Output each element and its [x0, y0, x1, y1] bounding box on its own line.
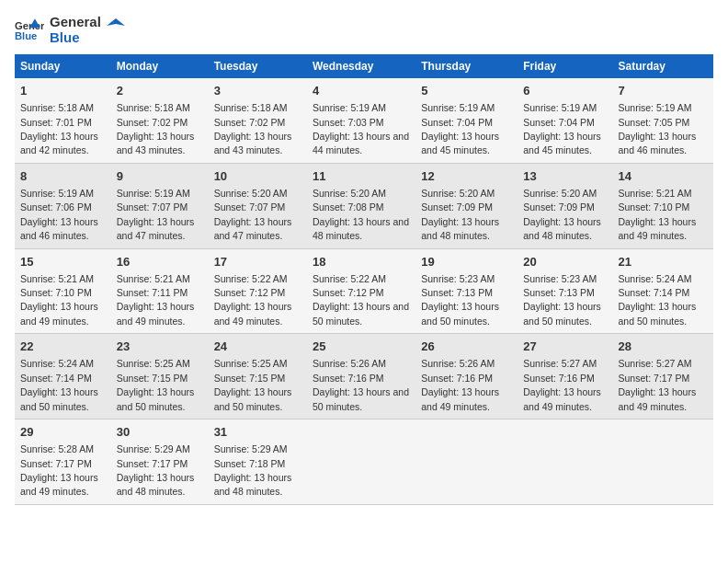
day-number: 18: [313, 254, 410, 270]
day-number: 30: [117, 424, 203, 441]
daylight-text: Daylight: 13 hours and 50 minutes.: [421, 301, 499, 326]
column-header-thursday: Thursday: [415, 54, 518, 78]
day-number: 25: [313, 339, 410, 355]
calendar-cell: 21Sunrise: 5:24 AMSunset: 7:14 PMDayligh…: [613, 248, 713, 334]
sunrise-text: Sunrise: 5:19 AM: [421, 102, 495, 113]
calendar-cell: 27Sunrise: 5:27 AMSunset: 7:16 PMDayligh…: [518, 334, 612, 419]
svg-marker-3: [107, 18, 125, 26]
calendar-cell: 1Sunrise: 5:18 AMSunset: 7:01 PMDaylight…: [15, 78, 111, 163]
calendar-body: 1Sunrise: 5:18 AMSunset: 7:01 PMDaylight…: [15, 78, 713, 504]
calendar-cell: 5Sunrise: 5:19 AMSunset: 7:04 PMDaylight…: [415, 78, 518, 163]
logo: General Blue General Blue: [15, 15, 125, 45]
calendar-cell: 20Sunrise: 5:23 AMSunset: 7:13 PMDayligh…: [518, 248, 612, 334]
day-number: 7: [619, 83, 708, 99]
day-number: 6: [523, 83, 607, 99]
calendar-cell: 14Sunrise: 5:21 AMSunset: 7:10 PMDayligh…: [613, 163, 713, 248]
sunset-text: Sunset: 7:09 PM: [421, 201, 493, 213]
sunrise-text: Sunrise: 5:20 AM: [214, 188, 288, 199]
daylight-text: Daylight: 13 hours and 49 minutes.: [20, 301, 98, 326]
page-header: General Blue General Blue: [15, 15, 713, 45]
sunset-text: Sunset: 7:14 PM: [20, 373, 92, 384]
day-number: 14: [619, 168, 708, 185]
daylight-text: Daylight: 13 hours and 48 minutes.: [214, 472, 292, 497]
day-number: 26: [421, 339, 512, 355]
sunrise-text: Sunrise: 5:27 AM: [619, 358, 692, 369]
calendar-cell: 18Sunrise: 5:22 AMSunset: 7:12 PMDayligh…: [307, 248, 415, 334]
sunrise-text: Sunrise: 5:23 AM: [421, 273, 495, 284]
daylight-text: Daylight: 13 hours and 50 minutes.: [313, 301, 409, 326]
day-number: 5: [421, 83, 512, 99]
daylight-text: Daylight: 13 hours and 49 minutes.: [421, 386, 499, 411]
daylight-text: Daylight: 13 hours and 43 minutes.: [214, 131, 292, 155]
calendar-cell: 12Sunrise: 5:20 AMSunset: 7:09 PMDayligh…: [415, 163, 518, 248]
sunset-text: Sunset: 7:17 PM: [117, 458, 188, 469]
sunset-text: Sunset: 7:04 PM: [523, 117, 595, 128]
calendar-cell: 29Sunrise: 5:28 AMSunset: 7:17 PMDayligh…: [15, 419, 111, 505]
calendar-cell: 6Sunrise: 5:19 AMSunset: 7:04 PMDaylight…: [518, 78, 612, 163]
calendar-cell: 10Sunrise: 5:20 AMSunset: 7:07 PMDayligh…: [209, 163, 307, 248]
sunrise-text: Sunrise: 5:20 AM: [313, 188, 386, 199]
calendar-header: SundayMondayTuesdayWednesdayThursdayFrid…: [15, 54, 713, 78]
calendar-cell: 23Sunrise: 5:25 AMSunset: 7:15 PMDayligh…: [111, 334, 209, 419]
sunrise-text: Sunrise: 5:23 AM: [523, 273, 597, 284]
sunset-text: Sunset: 7:08 PM: [313, 201, 384, 213]
sunrise-text: Sunrise: 5:27 AM: [523, 358, 597, 369]
day-number: 16: [117, 254, 203, 270]
daylight-text: Daylight: 13 hours and 45 minutes.: [523, 131, 601, 155]
sunset-text: Sunset: 7:13 PM: [523, 287, 595, 298]
daylight-text: Daylight: 13 hours and 47 minutes.: [214, 216, 292, 241]
logo-bird-icon: [107, 17, 125, 35]
column-header-wednesday: Wednesday: [307, 54, 415, 78]
day-number: 22: [20, 339, 106, 355]
sunset-text: Sunset: 7:12 PM: [214, 287, 286, 298]
daylight-text: Daylight: 13 hours and 47 minutes.: [117, 216, 195, 241]
daylight-text: Daylight: 13 hours and 44 minutes.: [313, 131, 409, 155]
day-number: 28: [619, 339, 708, 355]
day-number: 27: [523, 339, 607, 355]
day-number: 29: [20, 424, 106, 441]
sunset-text: Sunset: 7:02 PM: [117, 117, 188, 128]
svg-text:Blue: Blue: [15, 30, 37, 41]
calendar-table: SundayMondayTuesdayWednesdayThursdayFrid…: [15, 54, 713, 505]
sunset-text: Sunset: 7:10 PM: [619, 201, 690, 213]
day-number: 12: [421, 168, 512, 185]
sunset-text: Sunset: 7:10 PM: [20, 287, 92, 298]
daylight-text: Daylight: 13 hours and 48 minutes.: [523, 216, 601, 241]
sunrise-text: Sunrise: 5:21 AM: [20, 273, 94, 284]
calendar-cell: 15Sunrise: 5:21 AMSunset: 7:10 PMDayligh…: [15, 248, 111, 334]
day-number: 15: [20, 254, 106, 270]
sunrise-text: Sunrise: 5:21 AM: [619, 188, 692, 199]
daylight-text: Daylight: 13 hours and 48 minutes.: [117, 472, 195, 497]
daylight-text: Daylight: 13 hours and 46 minutes.: [619, 131, 697, 155]
week-row-2: 8Sunrise: 5:19 AMSunset: 7:06 PMDaylight…: [15, 163, 713, 248]
sunrise-text: Sunrise: 5:20 AM: [421, 188, 495, 199]
sunrise-text: Sunrise: 5:19 AM: [619, 102, 692, 113]
sunset-text: Sunset: 7:15 PM: [214, 373, 286, 384]
calendar-cell: 28Sunrise: 5:27 AMSunset: 7:17 PMDayligh…: [613, 334, 713, 419]
sunrise-text: Sunrise: 5:19 AM: [117, 188, 190, 199]
day-number: 3: [214, 83, 301, 99]
day-number: 1: [20, 83, 106, 99]
daylight-text: Daylight: 13 hours and 50 minutes.: [214, 386, 292, 411]
calendar-cell: 22Sunrise: 5:24 AMSunset: 7:14 PMDayligh…: [15, 334, 111, 419]
sunset-text: Sunset: 7:12 PM: [313, 287, 384, 298]
daylight-text: Daylight: 13 hours and 49 minutes.: [619, 386, 697, 411]
sunset-text: Sunset: 7:07 PM: [214, 201, 286, 213]
sunset-text: Sunset: 7:18 PM: [214, 458, 286, 469]
day-number: 21: [619, 254, 708, 270]
calendar-cell: 11Sunrise: 5:20 AMSunset: 7:08 PMDayligh…: [307, 163, 415, 248]
sunset-text: Sunset: 7:09 PM: [523, 201, 595, 213]
day-number: 17: [214, 254, 301, 270]
sunrise-text: Sunrise: 5:25 AM: [117, 358, 190, 369]
sunrise-text: Sunrise: 5:21 AM: [117, 273, 190, 284]
daylight-text: Daylight: 13 hours and 50 minutes.: [117, 386, 195, 411]
day-number: 4: [313, 83, 410, 99]
daylight-text: Daylight: 13 hours and 50 minutes.: [20, 386, 98, 411]
calendar-cell: [307, 419, 415, 505]
sunset-text: Sunset: 7:03 PM: [313, 117, 384, 128]
day-number: 9: [117, 168, 203, 185]
sunset-text: Sunset: 7:06 PM: [20, 201, 92, 213]
calendar-cell: 13Sunrise: 5:20 AMSunset: 7:09 PMDayligh…: [518, 163, 612, 248]
week-row-3: 15Sunrise: 5:21 AMSunset: 7:10 PMDayligh…: [15, 248, 713, 334]
calendar-cell: 3Sunrise: 5:18 AMSunset: 7:02 PMDaylight…: [209, 78, 307, 163]
